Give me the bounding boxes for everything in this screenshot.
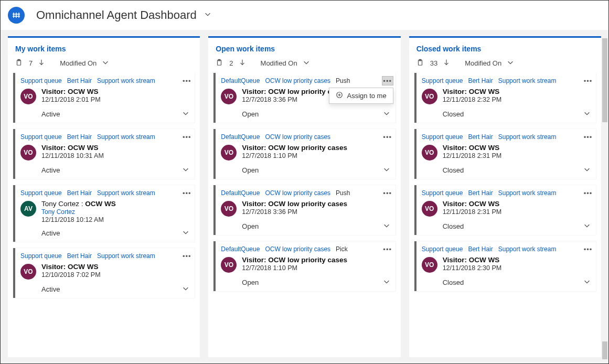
- card-tag[interactable]: Bert Hair: [67, 252, 92, 260]
- card-main: Visitor: OCW low priority cases 12/7/201…: [242, 200, 390, 216]
- card-tag[interactable]: OCW low priority cases: [265, 77, 330, 84]
- card-tag[interactable]: Bert Hair: [468, 245, 493, 253]
- card-tag[interactable]: Support queue: [422, 77, 463, 84]
- card-tag[interactable]: OCW low priority cases: [265, 189, 330, 197]
- card-more-button[interactable]: •••: [181, 188, 193, 198]
- work-item-card[interactable]: Support queueBert HairSupport work strea…: [414, 241, 596, 291]
- card-tag[interactable]: Support work stream: [97, 189, 155, 197]
- work-item-card[interactable]: Support queueBert HairSupport work strea…: [13, 129, 195, 179]
- expand-chevron-icon[interactable]: [383, 166, 390, 175]
- card-more-button[interactable]: •••: [582, 76, 594, 85]
- expand-chevron-icon[interactable]: [182, 285, 189, 294]
- card-more-button[interactable]: •••: [181, 76, 193, 85]
- card-title: Visitor: OCW WS: [41, 263, 189, 271]
- card-tag[interactable]: Bert Hair: [67, 133, 92, 141]
- card-more-button[interactable]: •••: [382, 76, 393, 85]
- card-title: Visitor: OCW WS: [41, 88, 189, 95]
- sort-field-label[interactable]: Modified On: [60, 59, 97, 67]
- work-item-card[interactable]: DefaultQueueOCW low priority cases ••• V…: [213, 129, 395, 179]
- expand-chevron-icon[interactable]: [383, 278, 390, 287]
- work-item-card[interactable]: Support queueBert HairSupport work strea…: [13, 185, 195, 242]
- card-tag[interactable]: Bert Hair: [468, 133, 493, 141]
- sort-field-label[interactable]: Modified On: [465, 59, 501, 67]
- card-tag[interactable]: DefaultQueue: [221, 245, 260, 253]
- card-main: Tony Cortez : OCW WS Tony Cortez 12/11/2…: [41, 200, 189, 223]
- column-title: Open work items: [216, 45, 275, 53]
- card-timestamp: 12/11/2018 2:01 PM: [41, 96, 189, 103]
- card-more-button[interactable]: •••: [181, 132, 193, 142]
- clipboard-icon[interactable]: [15, 59, 23, 68]
- expand-chevron-icon[interactable]: [182, 166, 189, 175]
- card-body: VO Visitor: OCW WS 12/10/2018 7:02 PM: [20, 263, 189, 280]
- card-tag[interactable]: DefaultQueue: [221, 133, 260, 141]
- expand-chevron-icon[interactable]: [583, 278, 591, 287]
- card-tag[interactable]: Bert Hair: [67, 189, 92, 197]
- expand-chevron-icon[interactable]: [383, 222, 390, 231]
- avatar: VO: [20, 89, 36, 104]
- sort-field-chevron-icon[interactable]: [303, 59, 310, 68]
- expand-chevron-icon[interactable]: [182, 229, 189, 238]
- sort-direction-icon[interactable]: [443, 59, 450, 68]
- card-tag[interactable]: Support work stream: [97, 133, 155, 141]
- clipboard-icon[interactable]: [416, 59, 424, 68]
- card-tags: DefaultQueueOCW low priority casesPush: [221, 77, 390, 84]
- card-title: Visitor: OCW WS: [443, 88, 591, 95]
- card-tag[interactable]: OCW low priority cases: [265, 133, 330, 141]
- sort-field-chevron-icon[interactable]: [102, 59, 109, 68]
- expand-chevron-icon[interactable]: [182, 110, 189, 119]
- card-tag[interactable]: Support queue: [422, 245, 463, 253]
- card-tag[interactable]: Bert Hair: [468, 77, 493, 84]
- work-item-card[interactable]: Support queueBert HairSupport work strea…: [414, 73, 596, 123]
- card-tag[interactable]: Support queue: [20, 77, 62, 84]
- card-tags: DefaultQueueOCW low priority casesPush: [221, 189, 390, 197]
- card-more-button[interactable]: •••: [382, 244, 393, 254]
- expand-chevron-icon[interactable]: [583, 166, 591, 175]
- card-tag[interactable]: DefaultQueue: [221, 189, 260, 197]
- work-item-card[interactable]: DefaultQueueOCW low priority casesPush •…: [213, 73, 395, 123]
- card-more-button[interactable]: •••: [382, 188, 393, 198]
- assign-popover[interactable]: Assign to me: [329, 88, 393, 104]
- card-tag[interactable]: Support queue: [422, 189, 463, 197]
- work-item-card[interactable]: Support queueBert HairSupport work strea…: [414, 129, 596, 179]
- work-item-card[interactable]: DefaultQueueOCW low priority casesPick •…: [213, 241, 395, 291]
- card-more-button[interactable]: •••: [582, 132, 594, 142]
- sort-direction-icon[interactable]: [38, 59, 45, 68]
- sort-field-label[interactable]: Modified On: [261, 59, 297, 67]
- card-tag[interactable]: Support work stream: [498, 245, 557, 253]
- work-item-card[interactable]: Support queueBert HairSupport work strea…: [13, 248, 195, 298]
- card-footer: Closed: [422, 278, 591, 287]
- expand-chevron-icon[interactable]: [583, 222, 591, 231]
- card-subtitle[interactable]: Tony Cortez: [41, 208, 189, 216]
- card-tag[interactable]: Support queue: [20, 133, 62, 141]
- work-item-card[interactable]: Support queueBert HairSupport work strea…: [414, 185, 596, 235]
- card-tag[interactable]: Support work stream: [97, 252, 155, 260]
- card-tag[interactable]: Support work stream: [97, 77, 155, 84]
- card-tag[interactable]: DefaultQueue: [221, 77, 260, 84]
- expand-chevron-icon[interactable]: [583, 110, 591, 119]
- card-more-button[interactable]: •••: [582, 244, 594, 254]
- item-count: 33: [430, 59, 437, 67]
- card-more-button[interactable]: •••: [181, 251, 193, 261]
- card-tag[interactable]: Support queue: [20, 252, 62, 260]
- titlebar: Omnichannel Agent Dashboard: [1, 1, 608, 30]
- card-tag[interactable]: OCW low priority cases: [265, 245, 330, 253]
- sort-direction-icon[interactable]: [239, 59, 246, 68]
- work-item-card[interactable]: DefaultQueueOCW low priority casesPush •…: [213, 185, 395, 235]
- column-title: My work items: [15, 45, 66, 53]
- card-tag[interactable]: Support work stream: [498, 77, 557, 84]
- sort-field-chevron-icon[interactable]: [507, 59, 514, 68]
- card-tag[interactable]: Bert Hair: [67, 77, 92, 84]
- work-item-card[interactable]: Support queueBert HairSupport work strea…: [13, 73, 195, 123]
- card-tag[interactable]: Support work stream: [498, 189, 557, 197]
- card-more-button[interactable]: •••: [582, 188, 594, 198]
- avatar: VO: [221, 201, 237, 217]
- title-dropdown[interactable]: [204, 10, 211, 20]
- card-more-button[interactable]: •••: [382, 132, 393, 142]
- vertical-scrollbar[interactable]: [602, 38, 607, 359]
- clipboard-icon[interactable]: [216, 59, 223, 68]
- card-tag[interactable]: Support work stream: [498, 133, 557, 141]
- card-tag[interactable]: Support queue: [20, 189, 62, 197]
- card-tag[interactable]: Support queue: [422, 133, 463, 141]
- card-tag[interactable]: Bert Hair: [468, 189, 493, 197]
- expand-chevron-icon[interactable]: [383, 110, 390, 119]
